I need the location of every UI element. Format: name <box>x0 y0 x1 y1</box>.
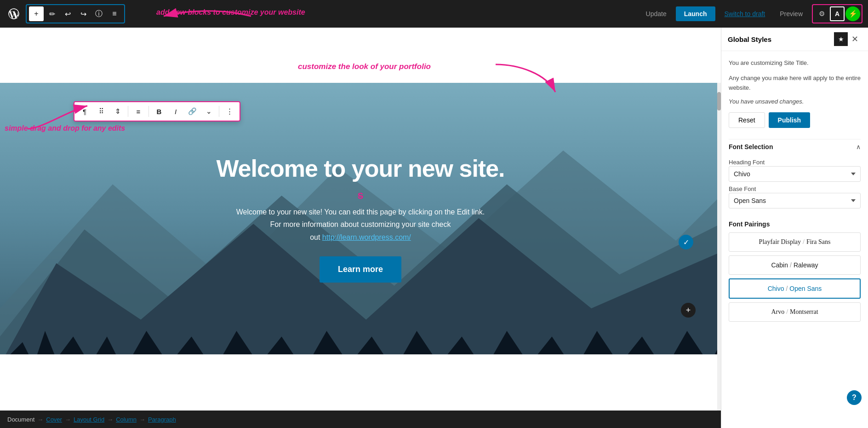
energy-btn[interactable]: ⚡ <box>845 6 860 21</box>
add-block-canvas-btn[interactable]: + <box>681 303 696 318</box>
list-btn[interactable]: ≡ <box>107 6 122 21</box>
pairing-font1: Cabin <box>771 261 788 269</box>
move-btn[interactable]: ⠿ <box>94 104 108 119</box>
top-bar-icons-group: ⚙ A ⚡ <box>812 4 862 23</box>
update-btn[interactable]: Update <box>640 7 672 20</box>
more-btn[interactable]: ⋮ <box>222 104 237 119</box>
heading-font-label: Heading Font <box>729 159 765 166</box>
link-btn[interactable]: 🔗 <box>185 104 200 119</box>
font-selection-header: Font Selection ∧ <box>729 139 861 150</box>
sidebar-title: Global Styles <box>728 35 834 43</box>
pairing-cabin-raleway[interactable]: Cabin/Raleway <box>729 255 861 275</box>
annotation-add-text: add new blocks to customize your website <box>156 8 305 16</box>
arrows-btn[interactable]: ⇕ <box>110 104 125 119</box>
italic-btn[interactable]: I <box>168 104 183 119</box>
add-block-btn[interactable]: + <box>29 6 44 21</box>
wp-logo-svg <box>7 7 20 20</box>
breadcrumb-paragraph[interactable]: Paragraph <box>148 416 176 423</box>
pairing-playfair-fira[interactable]: Playfair Display/Fira Sans <box>729 232 861 252</box>
pairing-font1: Arvo <box>771 308 784 315</box>
breadcrumb-layout-grid[interactable]: Layout Grid <box>74 416 104 423</box>
unsaved-text: You have unsaved changes. <box>729 98 861 105</box>
base-font-label: Base Font <box>729 185 756 192</box>
sidebar-body: You are customizing Site Title. Any chan… <box>721 51 868 428</box>
pairing-font2: Fira Sans <box>806 238 831 245</box>
undo-btn[interactable]: ↩ <box>60 6 75 21</box>
font-section-title: Font Selection <box>729 143 773 150</box>
top-bar: + ✏ ↩ ↪ ⓘ ≡ add new blocks to customize … <box>0 0 868 28</box>
blue-checkmark: ✓ <box>679 235 693 249</box>
breadcrumb-cover[interactable]: Cover <box>46 416 62 423</box>
toolbar-divider-1 <box>128 106 128 117</box>
pairing-font1: Chivo <box>768 285 784 292</box>
wp-logo[interactable] <box>6 6 22 22</box>
redo-btn[interactable]: ↪ <box>76 6 91 21</box>
arrow-to-toolbar <box>154 0 256 32</box>
bold-btn[interactable]: B <box>152 104 166 119</box>
pairing-font2: Montserrat <box>790 308 818 315</box>
publish-btn[interactable]: Publish <box>769 112 811 128</box>
toolbar-divider-3 <box>219 106 219 117</box>
canvas-header <box>0 28 721 83</box>
breadcrumb-document[interactable]: Document <box>7 416 34 423</box>
breadcrumb-sep-2: → <box>65 416 71 423</box>
align-btn[interactable]: ≡ <box>131 104 146 119</box>
top-bar-right: Update Launch Switch to draft Preview ⚙ … <box>640 4 862 23</box>
edit-mode-btn[interactable]: ✏ <box>45 6 59 21</box>
breadcrumb-column[interactable]: Column <box>116 416 137 423</box>
pairing-chivo-opensans[interactable]: Chivo/Open Sans <box>729 278 861 299</box>
gear-btn[interactable]: ⚙ <box>814 6 829 21</box>
pairing-font2: Open Sans <box>789 285 822 292</box>
sidebar-desc2: Any change you make here will apply to t… <box>729 74 861 93</box>
info-btn[interactable]: ⓘ <box>91 6 106 21</box>
sidebar-desc1: You are customizing Site Title. <box>729 58 861 68</box>
breadcrumb: Document → Cover → Layout Grid → Column … <box>0 411 721 428</box>
cover-section: Welcome to your new site. S Welcome to y… <box>0 83 721 354</box>
subtitle-line1: Welcome to your new site! You can edit t… <box>236 206 485 243</box>
chevron-btn[interactable]: ⌄ <box>201 104 216 119</box>
pairing-font2: Raleway <box>794 261 818 269</box>
breadcrumb-sep-1: → <box>37 416 43 423</box>
breadcrumb-sep-4: → <box>139 416 145 423</box>
star-btn[interactable]: ★ <box>834 32 848 46</box>
sidebar-actions: Reset Publish <box>729 112 861 128</box>
pairing-arvo-montserrat[interactable]: Arvo/Montserrat <box>729 302 861 322</box>
main-toolbar-group: + ✏ ↩ ↪ ⓘ ≡ <box>26 4 125 23</box>
strikethrough-s: S <box>358 191 363 201</box>
paragraph-btn[interactable]: ¶ <box>77 104 92 119</box>
launch-btn[interactable]: Launch <box>676 6 715 21</box>
learn-link[interactable]: http://learn.wordpress.com/ <box>322 233 411 241</box>
user-avatar-btn[interactable]: A <box>830 6 845 21</box>
block-toolbar: ¶ ⠿ ⇕ ≡ B I 🔗 ⌄ ⋮ <box>74 101 240 121</box>
base-font-select[interactable]: Open Sans Fira Sans Raleway Montserrat <box>729 193 861 208</box>
main-layout: ¶ ⠿ ⇕ ≡ B I 🔗 ⌄ ⋮ simple drag and drop f… <box>0 28 868 428</box>
breadcrumb-sep-3: → <box>107 416 113 423</box>
pairings-title: Font Pairings <box>729 220 861 228</box>
help-btn[interactable]: ? <box>847 390 862 405</box>
font-section-collapse-btn[interactable]: ∧ <box>856 143 861 150</box>
toolbar-divider-2 <box>148 106 149 117</box>
sidebar-header: Global Styles ★ ✕ <box>721 28 868 51</box>
reset-btn[interactable]: Reset <box>729 112 765 128</box>
sidebar: Global Styles ★ ✕ You are customizing Si… <box>721 28 868 428</box>
site-title: Welcome to your new site. <box>216 155 504 182</box>
preview-btn[interactable]: Preview <box>774 6 808 21</box>
heading-font-select[interactable]: Chivo Playfair Display Cabin Arvo <box>729 166 861 182</box>
pairing-font1: Playfair Display <box>759 238 801 245</box>
annotation-add-blocks: add new blocks to customize your website <box>156 8 305 17</box>
learn-more-btn[interactable]: Learn more <box>320 256 401 283</box>
switch-draft-btn[interactable]: Switch to draft <box>719 6 771 21</box>
cover-content: Welcome to your new site. S Welcome to y… <box>0 83 721 354</box>
close-sidebar-btn[interactable]: ✕ <box>848 32 862 46</box>
canvas: ¶ ⠿ ⇕ ≡ B I 🔗 ⌄ ⋮ simple drag and drop f… <box>0 28 721 428</box>
